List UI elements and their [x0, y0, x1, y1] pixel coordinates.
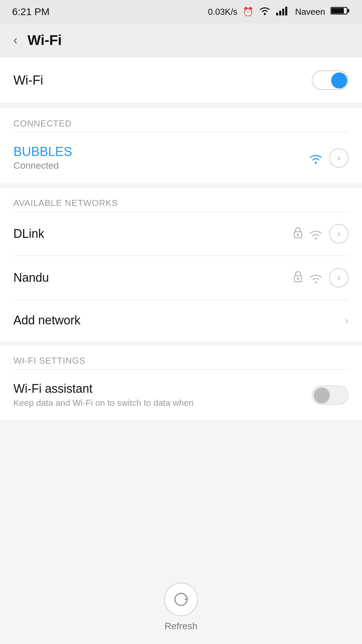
wifi-toggle-label: Wi-Fi [13, 73, 43, 88]
alarm-icon: ⏰ [243, 7, 253, 17]
wifi-assistant-text: Wi-Fi assistant Keep data and Wi-Fi on t… [13, 382, 312, 408]
dlink-icons: › [294, 224, 349, 244]
refresh-icon [172, 591, 190, 608]
connected-chevron[interactable]: › [329, 148, 349, 168]
battery-icon [330, 6, 350, 18]
available-networks-header: AVAILABLE NETWORKS [0, 188, 362, 212]
signal-icon [276, 6, 290, 18]
connected-network-name: BUBBLES [13, 145, 308, 159]
connected-network-item[interactable]: BUBBLES Connected › [0, 132, 362, 183]
svg-rect-2 [279, 11, 281, 15]
dlink-chevron[interactable]: › [329, 224, 349, 244]
network-item-dlink[interactable]: DLink › [0, 212, 362, 256]
wifi-status-icon [259, 6, 271, 18]
wifi-assistant-toggle[interactable] [312, 385, 349, 405]
nandu-chevron[interactable]: › [329, 268, 349, 287]
connected-network-name-group: BUBBLES Connected [13, 145, 308, 171]
nandu-lock-icon [294, 271, 302, 285]
network-item-nandu[interactable]: Nandu › [0, 256, 362, 300]
dlink-name: DLink [13, 227, 294, 241]
back-button[interactable]: ‹ [10, 30, 21, 51]
refresh-button[interactable] [164, 583, 198, 616]
svg-rect-6 [347, 9, 349, 12]
add-network-label: Add network [13, 313, 80, 327]
svg-point-11 [315, 237, 317, 239]
wifi-settings-header: WI-FI SETTINGS [0, 345, 362, 369]
speed-indicator: 0.03K/s [208, 7, 237, 17]
wifi-toggle-switch[interactable] [312, 70, 349, 90]
connected-header: CONNECTED [0, 108, 362, 132]
svg-point-10 [297, 234, 299, 236]
nandu-icons: › [294, 268, 349, 287]
status-time: 6:21 PM [12, 6, 50, 17]
add-network-row[interactable]: Add network › [0, 300, 362, 341]
wifi-assistant-row: Wi-Fi assistant Keep data and Wi-Fi on t… [0, 370, 362, 420]
refresh-label: Refresh [165, 621, 197, 632]
svg-point-13 [297, 278, 299, 280]
wifi-assistant-subtitle: Keep data and Wi-Fi on to switch to data… [13, 398, 312, 408]
spacer [0, 420, 362, 521]
status-bar: 6:21 PM 0.03K/s ⏰ [0, 0, 362, 23]
nandu-name: Nandu [13, 271, 294, 285]
svg-rect-7 [331, 8, 344, 13]
nandu-name-group: Nandu [13, 271, 294, 285]
connected-wifi-icon [308, 152, 323, 164]
wifi-toggle-row: Wi-Fi [0, 57, 362, 103]
connected-network-status: Connected [13, 160, 308, 171]
status-icons: 0.03K/s ⏰ Navee [208, 6, 350, 18]
dlink-wifi-icon [308, 228, 323, 240]
nandu-wifi-icon [308, 272, 323, 284]
page-title: Wi-Fi [27, 32, 62, 48]
dlink-lock-icon [294, 227, 302, 241]
svg-rect-1 [276, 13, 278, 15]
connected-section: CONNECTED BUBBLES Connected › [0, 108, 362, 183]
svg-point-0 [264, 13, 266, 15]
svg-rect-4 [285, 7, 287, 15]
dlink-name-group: DLink [13, 227, 294, 241]
svg-point-14 [315, 281, 317, 283]
username: Naveen [295, 7, 325, 17]
toolbar: ‹ Wi-Fi [0, 23, 362, 57]
wifi-settings-section: WI-FI SETTINGS Wi-Fi assistant Keep data… [0, 345, 362, 420]
bottom-bar: Refresh [0, 570, 362, 644]
svg-point-8 [315, 162, 317, 164]
wifi-assistant-title: Wi-Fi assistant [13, 382, 312, 396]
add-network-chevron-icon: › [345, 314, 349, 327]
connected-network-icons: › [308, 148, 349, 168]
svg-rect-3 [282, 9, 284, 15]
available-networks-section: AVAILABLE NETWORKS DLink [0, 188, 362, 341]
